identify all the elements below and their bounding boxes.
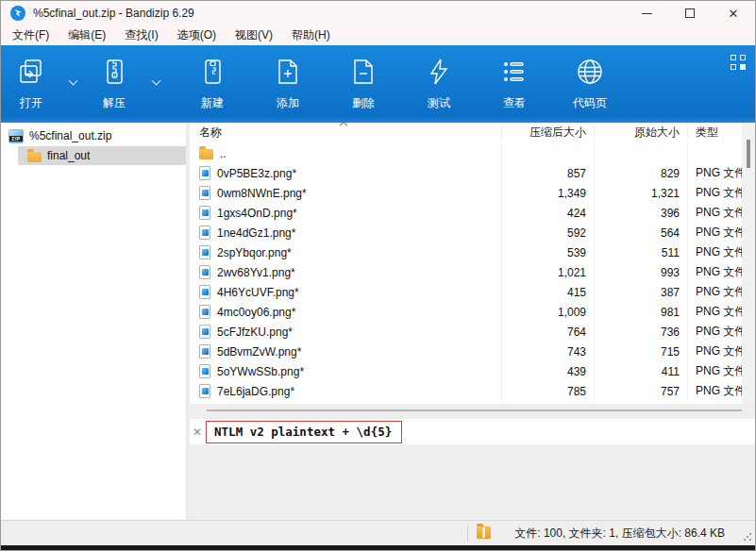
comment-marker-x: ✕ (193, 426, 202, 439)
file-row[interactable]: 0wm8NWnE.png* 1,349 1,321 PNG 文件 (190, 183, 742, 203)
archive-status-icon (477, 526, 491, 539)
view-button[interactable]: 查看 (477, 51, 552, 123)
file-row[interactable]: 2spYbqor.png* 539 511 PNG 文件 (190, 242, 742, 262)
resize-grip-icon[interactable] (743, 532, 752, 542)
file-row[interactable]: 7eL6jaDG.png* 785 757 PNG 文件 (190, 381, 742, 401)
menu-find[interactable]: 查找(I) (115, 25, 167, 45)
original-size: 757 (594, 381, 687, 401)
test-button[interactable]: 测试 (401, 51, 477, 123)
original-size: 411 (594, 361, 687, 381)
tree-folder-label: final_out (47, 149, 90, 162)
layout-toggle-icon[interactable] (731, 55, 746, 70)
file-row[interactable]: 4H6YcUVF.png* 415 387 PNG 文件 (190, 282, 742, 302)
delete-label: 删除 (352, 95, 375, 111)
vertical-scrollbar[interactable] (742, 123, 755, 419)
archive-comment-field[interactable]: ✕ NTLM v2 plaintext + \d{5} (190, 419, 755, 444)
file-name: 2wv68Yv1.png* (217, 266, 295, 279)
parent-row-label: .. (220, 147, 227, 160)
minimize-button[interactable] (625, 1, 668, 25)
maximize-button[interactable] (668, 1, 712, 25)
extract-dropdown-button[interactable] (144, 51, 167, 123)
menu-help[interactable]: 帮助(H) (282, 25, 340, 45)
original-size: 1,321 (594, 183, 687, 203)
column-header-original-size[interactable]: 原始大小 (594, 125, 687, 141)
new-archive-icon (198, 51, 227, 92)
file-row[interactable]: 5cFJfzKU.png* 764 736 PNG 文件 (190, 322, 742, 342)
compressed-size: 1,021 (501, 262, 594, 282)
add-file-icon (274, 51, 302, 92)
compressed-size: 857 (501, 163, 594, 183)
status-separator (467, 526, 468, 542)
extract-label: 解压 (103, 95, 126, 111)
new-archive-button[interactable]: 新建 (175, 51, 250, 123)
file-row[interactable]: 1gxs4OnD.png* 424 396 PNG 文件 (190, 203, 742, 223)
maximize-icon (685, 8, 695, 18)
file-row[interactable]: 1ne4dGz1.png* 592 564 PNG 文件 (190, 223, 742, 242)
scrollbar-thumb[interactable] (747, 140, 750, 168)
open-label: 打开 (20, 95, 42, 111)
folder-icon (27, 152, 42, 162)
file-type: PNG 文件 (687, 203, 742, 223)
png-file-icon (199, 186, 210, 200)
annotation-box: NTLM v2 plaintext + \d{5} (206, 421, 402, 443)
compressed-size: 743 (501, 342, 594, 361)
file-type: PNG 文件 (687, 242, 742, 262)
tree-item-archive-root[interactable]: ZIP %5cfinal_out.zip (1, 126, 186, 145)
png-file-icon (199, 305, 210, 319)
menu-view[interactable]: 视图(V) (226, 25, 282, 45)
add-button[interactable]: 添加 (250, 51, 326, 123)
status-text: 文件: 100, 文件夹: 1, 压缩包大小: 86.4 KB (514, 521, 725, 546)
parent-directory-row[interactable]: .. (190, 143, 742, 163)
file-type: PNG 文件 (687, 282, 742, 302)
view-label: 查看 (503, 95, 526, 111)
file-name: 1ne4dGz1.png* (217, 226, 295, 240)
list-header: 名称 压缩后大小 原始大小 类型 (190, 123, 742, 143)
codepage-globe-icon (576, 51, 604, 92)
file-name: 2spYbqor.png* (217, 246, 292, 259)
column-header-compressed-size[interactable]: 压缩后大小 (501, 125, 594, 141)
open-dropdown-button[interactable] (61, 51, 84, 123)
horizontal-splitter[interactable] (190, 404, 755, 419)
file-row[interactable]: 5dBvmZvW.png* 743 715 PNG 文件 (190, 342, 742, 361)
file-type: PNG 文件 (687, 302, 742, 322)
close-button[interactable]: ✕ (712, 1, 755, 25)
menu-edit[interactable]: 编辑(E) (59, 25, 115, 45)
codepage-label: 代码页 (573, 95, 607, 111)
toolbar: 打开 解压 新建 (1, 45, 755, 123)
png-file-icon (199, 166, 210, 180)
menu-bar: 文件(F) 编辑(E) 查找(I) 选项(O) 视图(V) 帮助(H) (1, 25, 755, 45)
delete-file-icon (349, 51, 378, 92)
file-row[interactable]: 0vP5BE3z.png* 857 829 PNG 文件 (190, 163, 742, 183)
file-name: 7eL6jaDG.png* (217, 385, 294, 398)
compressed-size: 424 (501, 203, 594, 223)
compressed-size: 592 (501, 223, 594, 242)
file-row[interactable]: 2wv68Yv1.png* 1,021 993 PNG 文件 (190, 262, 742, 282)
splitter-handle (207, 409, 742, 411)
compressed-size: 1,349 (501, 183, 594, 203)
extract-button[interactable]: 解压 (84, 51, 144, 123)
file-type: PNG 文件 (687, 262, 742, 282)
file-list: 名称 压缩后大小 原始大小 类型 .. 0vP5BE3z.png* 857 82… (190, 123, 742, 404)
title-bar[interactable]: %5cfinal_out.zip - Bandizip 6.29 ✕ (1, 1, 755, 25)
file-row[interactable]: 5oYWwSSb.png* 439 411 PNG 文件 (190, 361, 742, 381)
delete-button[interactable]: 删除 (326, 51, 401, 123)
file-type: PNG 文件 (687, 223, 742, 242)
menu-options[interactable]: 选项(O) (168, 25, 226, 45)
file-name: 1gxs4OnD.png* (217, 207, 297, 220)
tree-item-final-out[interactable]: final_out (18, 146, 186, 165)
file-name: 0vP5BE3z.png* (217, 167, 296, 180)
compressed-size: 439 (501, 361, 594, 381)
original-size: 387 (594, 282, 687, 302)
file-row[interactable]: 4mc0oy06.png* 1,009 981 PNG 文件 (190, 302, 742, 322)
status-bar: 文件: 100, 文件夹: 1, 压缩包大小: 86.4 KB (1, 520, 755, 545)
original-size: 564 (594, 223, 687, 242)
file-rows: 0vP5BE3z.png* 857 829 PNG 文件 0wm8NWnE.pn… (190, 163, 742, 401)
png-file-icon (199, 265, 210, 279)
open-button[interactable]: 打开 (1, 51, 61, 123)
column-header-type[interactable]: 类型 (687, 125, 742, 141)
codepage-button[interactable]: 代码页 (552, 51, 628, 123)
original-size: 829 (594, 163, 687, 183)
original-size: 981 (594, 302, 687, 322)
bandizip-logo-icon (10, 6, 25, 21)
menu-file[interactable]: 文件(F) (3, 25, 59, 45)
